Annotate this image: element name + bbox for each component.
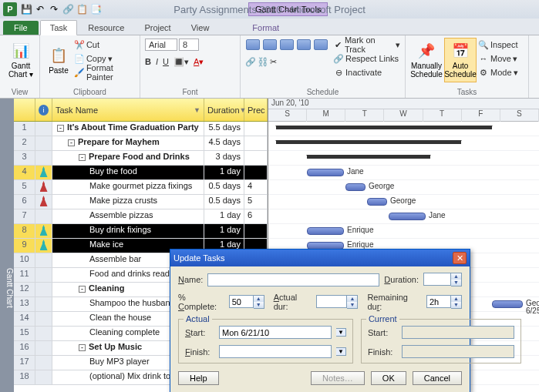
person-icon (40, 166, 48, 177)
spinner-buttons[interactable]: ▲▼ (347, 295, 358, 309)
gantt-chart-button[interactable]: 📊 GanttChart ▾ (5, 38, 37, 82)
task-bar[interactable] (367, 198, 387, 206)
duration-input[interactable] (423, 273, 451, 286)
dropdown-icon[interactable]: ▼ (336, 347, 346, 356)
unlink-icon[interactable]: ⛓️ (258, 57, 268, 67)
table-row[interactable]: 3-Prepare Food and Drinks3 days (14, 151, 268, 166)
view-sidebar[interactable]: Gantt Chart (0, 99, 14, 392)
split-icon[interactable]: ✂︎ (270, 57, 277, 67)
finish-label: Finish: (185, 347, 214, 357)
table-row[interactable]: 5Make gourmet pizza fixings0.5 days4 (14, 180, 268, 195)
dialog-title-bar[interactable]: Update Tasks ✕ (170, 250, 470, 266)
task-bar[interactable] (389, 213, 426, 220)
qat-icon[interactable]: 🔗 (62, 3, 74, 15)
collapse-icon[interactable]: - (79, 286, 86, 293)
pct-50-button[interactable] (280, 39, 294, 50)
summary-bar[interactable] (307, 155, 430, 159)
pct-25-button[interactable] (263, 39, 277, 50)
underline-button[interactable]: U (163, 57, 169, 66)
inspect-button[interactable]: 🔍Inspect (478, 38, 518, 52)
qat-icon[interactable]: 📑 (89, 3, 102, 15)
pct-75-button[interactable] (297, 39, 311, 50)
table-row[interactable]: 6Make pizza crusts0.5 days5 (14, 195, 268, 209)
task-bar[interactable] (492, 300, 523, 308)
gantt-row (268, 136, 539, 151)
task-bar[interactable] (307, 169, 344, 176)
manually-schedule-button[interactable]: 📌 ManuallySchedule (410, 38, 443, 82)
table-row[interactable]: 1-It's About Time Graduation Party5.5 da… (14, 122, 268, 136)
project-tab[interactable]: Project (135, 21, 180, 35)
file-tab[interactable]: File (3, 21, 39, 35)
collapse-icon[interactable]: - (57, 125, 64, 132)
resource-label: Jane (347, 167, 364, 176)
font-name-select[interactable]: Arial (145, 39, 177, 51)
task-tab[interactable]: Task (40, 20, 78, 35)
group-label: Font (145, 86, 235, 96)
table-row[interactable]: 2-Prepare for Mayhem4.5 days (14, 136, 268, 151)
table-row[interactable]: 8Buy drink fixings1 day (14, 224, 268, 239)
chevron-down-icon[interactable]: ▼ (194, 106, 200, 114)
italic-button[interactable]: I (156, 57, 158, 66)
cut-button[interactable]: ✂️Cut (74, 38, 135, 52)
gantt-row: Jane (268, 166, 539, 180)
pct-0-button[interactable] (246, 39, 260, 50)
table-row[interactable]: 7Assemble pizzas1 day6 (14, 209, 268, 224)
auto-schedule-button[interactable]: 📅 AutoSchedule (444, 38, 477, 82)
dropdown-icon[interactable]: ▼ (336, 328, 346, 337)
qat-icon[interactable]: 📋 (76, 3, 88, 15)
link-icon[interactable]: 🔗 (245, 57, 256, 67)
cancel-button[interactable]: Cancel (413, 371, 462, 385)
save-icon[interactable]: 💾 (20, 3, 32, 15)
name-input[interactable] (207, 273, 379, 286)
pct-complete-input[interactable] (229, 295, 254, 308)
inactivate-button[interactable]: ⊖Inactivate (333, 65, 400, 79)
actual-dur-input[interactable] (316, 295, 347, 308)
respect-links-button[interactable]: 🔗Respect Links (333, 52, 400, 65)
task-bar[interactable] (307, 227, 344, 235)
resource-label: George (369, 182, 394, 190)
redo-icon[interactable]: ↷ (48, 3, 60, 15)
summary-bar[interactable] (276, 126, 492, 129)
ribbon: 📊 GanttChart ▾ View 📋 Paste ✂️Cut 📄Copy … (0, 35, 539, 99)
spinner-buttons[interactable]: ▲▼ (254, 295, 264, 309)
fill-color-button[interactable]: 🔳▾ (173, 57, 189, 67)
undo-icon[interactable]: ↶ (34, 3, 46, 15)
start-label: Start: (368, 328, 397, 337)
task-bar[interactable] (345, 183, 366, 191)
view-tab[interactable]: View (182, 21, 219, 35)
close-icon[interactable]: ✕ (453, 252, 467, 264)
collapse-icon[interactable]: - (79, 344, 86, 351)
bold-button[interactable]: B (145, 57, 151, 66)
table-row[interactable]: 4Buy the food1 day (14, 166, 268, 180)
pct-100-button[interactable] (314, 39, 328, 50)
mark-on-track-button[interactable]: ✔Mark on Track ▾ (333, 38, 400, 52)
collapse-icon[interactable]: - (79, 154, 86, 161)
spinner-buttons[interactable]: ▲▼ (451, 295, 462, 309)
collapse-icon[interactable]: - (68, 139, 75, 146)
col-duration[interactable]: Duration▼ (204, 99, 244, 121)
person-icon (40, 225, 48, 236)
pct-complete-label: % Complete: (178, 293, 224, 311)
col-task-name[interactable]: Task Name▼ (52, 99, 204, 121)
spinner-buttons[interactable]: ▲▼ (451, 273, 462, 286)
format-painter-button[interactable]: 🖌️Format Painter (74, 65, 135, 79)
actual-start-input[interactable] (219, 326, 332, 339)
col-pred[interactable]: Prec (244, 99, 268, 121)
ok-button[interactable]: OK (371, 371, 406, 385)
move-button[interactable]: ↔Move ▾ (478, 52, 518, 65)
help-button[interactable]: Help (178, 371, 219, 385)
auto-icon: 📅 (451, 42, 470, 60)
cut-icon: ✂️ (74, 40, 85, 50)
summary-bar[interactable] (276, 140, 461, 144)
resource-label: Jane (429, 211, 446, 219)
resource-tab[interactable]: Resource (79, 21, 133, 35)
font-color-button[interactable]: A▾ (194, 57, 204, 67)
paste-button[interactable]: 📋 Paste (45, 38, 72, 82)
day-header: S (268, 109, 307, 122)
timescale-week: Jun 20, '10 (268, 99, 539, 109)
font-size-select[interactable]: 8 (179, 39, 199, 51)
actual-finish-input[interactable] (219, 345, 332, 358)
remaining-dur-input[interactable] (426, 295, 451, 308)
format-tab[interactable]: Format (241, 21, 290, 35)
mode-button[interactable]: ⚙Mode ▾ (478, 65, 518, 79)
